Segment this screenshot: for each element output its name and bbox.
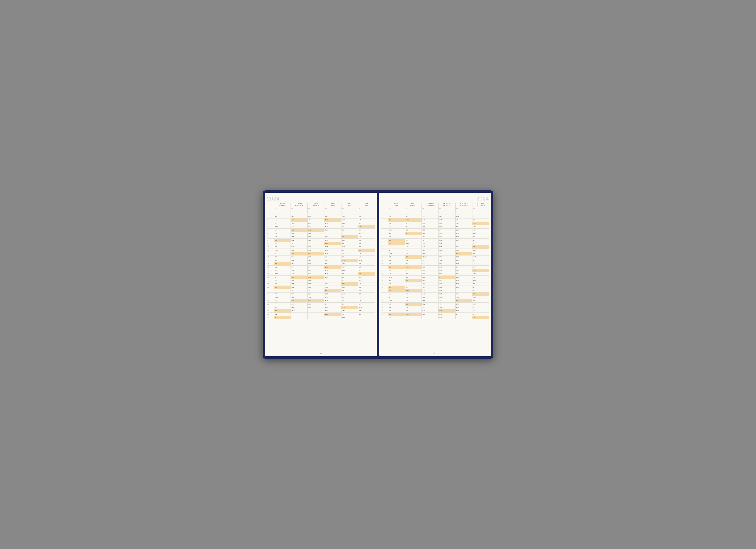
day-number: 16 [381, 265, 388, 269]
day-cell: J/T [358, 286, 375, 289]
day-cell: S/S [341, 255, 358, 259]
day-cell: S/S [324, 238, 341, 242]
day-cell: S/S [438, 306, 455, 309]
month-jul: JUILLETJULY [388, 203, 405, 207]
day-cell: S/S [358, 222, 375, 225]
day-cell: M/W [438, 249, 455, 252]
day-cell: J/T [421, 259, 438, 262]
day-cell: V/F [472, 262, 489, 265]
day-cell: V/F [324, 259, 341, 262]
day-cell: M/W [358, 259, 375, 262]
day-number: 18 [267, 272, 274, 275]
day-cell: L/M [291, 255, 307, 259]
day-cell: V/F [472, 215, 489, 218]
day-cell: M/W [438, 272, 455, 275]
day-cell: J/T [307, 265, 324, 269]
day-cell: S/S [324, 309, 341, 312]
day-cell: M/W [472, 302, 489, 306]
day-cell: V/F [274, 279, 291, 282]
day-cell: L/M [405, 259, 421, 262]
day-cell: J/T [307, 289, 324, 292]
day-cell: S/S [307, 249, 324, 252]
day-cell: J/T [341, 249, 358, 252]
day-cell: J/T [438, 275, 455, 279]
day-cell: M/W [455, 309, 472, 312]
day-cell [421, 316, 438, 319]
day-number: 28 [267, 306, 274, 309]
day-cell: J/T [274, 228, 291, 232]
day-number: 7 [267, 235, 274, 238]
day-cell: D/S [455, 252, 472, 255]
page-num-right: 17 [434, 352, 436, 355]
day-cell: M/T [472, 228, 489, 232]
day-cell: D/S [421, 222, 438, 225]
day-cell: M/W [324, 252, 341, 255]
day-cell: M/W [341, 316, 358, 319]
day-number: 30 [381, 312, 388, 316]
day-cell: D/S [438, 309, 455, 312]
day-cell: J/T [438, 299, 455, 302]
day-cell: M/T [405, 286, 421, 289]
day-cell: S/S [455, 249, 472, 252]
day-cell: D/S [274, 309, 291, 312]
month-jun: JUINJUNE [358, 203, 375, 207]
dots-bottom-right: · · · [483, 352, 488, 354]
day-cell: M/W [455, 238, 472, 242]
day-cell: L/M [472, 249, 489, 252]
day-cell: D/S [405, 302, 421, 306]
day-number: 13 [267, 255, 274, 259]
day-cell: J/T [324, 255, 341, 259]
day-cell: L/M [438, 312, 455, 316]
day-cell: S/S [388, 238, 405, 242]
day-cell: S/S [291, 272, 307, 275]
day-cell: D/S [274, 262, 291, 265]
day-number: 10 [381, 245, 388, 249]
day-cell: L/M [438, 289, 455, 292]
day-cell: M/W [421, 302, 438, 306]
day-cell: M/T [341, 289, 358, 292]
day-number: 11 [267, 249, 274, 252]
day-cell: D/S [405, 255, 421, 259]
day-cell: V/F [472, 286, 489, 289]
day-number: 24 [267, 292, 274, 296]
day-cell: L/M [421, 225, 438, 228]
day-cell: D/S [455, 228, 472, 232]
month-feb: FÉVRIERFEBRUARY [291, 203, 307, 207]
day-cell: D/S [405, 232, 421, 235]
day-cell: L/M [291, 279, 307, 282]
day-cell: L/M [455, 232, 472, 235]
day-cell: D/S [388, 289, 405, 292]
day-cell: M/T [341, 265, 358, 269]
day-cell: V/F [341, 299, 358, 302]
day-number: 28 [381, 306, 388, 309]
day-number: 30 [267, 312, 274, 316]
day-cell: L/M [307, 302, 324, 306]
day-number: 18 [381, 272, 388, 275]
day-cell: V/F [405, 272, 421, 275]
day-number: 3 [381, 222, 388, 225]
day-cell: L/M [388, 269, 405, 272]
day-cell: S/S [358, 292, 375, 296]
day-cell: J/T [307, 242, 324, 245]
day-cell: L/M [307, 279, 324, 282]
day-cell: V/F [291, 269, 307, 272]
day-number: 10 [267, 245, 274, 249]
day-cell: V/F [274, 302, 291, 306]
day-cell: D/S [341, 306, 358, 309]
book-cover: 2024 JANVIERJANUARY FÉVRIERFEBRUARY MARS… [263, 190, 493, 359]
day-cell: S/S [421, 289, 438, 292]
day-cell: V/F [274, 232, 291, 235]
day-cell: V/F [291, 292, 307, 296]
day-cell: M/T [455, 282, 472, 286]
pencil-feb: ✏ [291, 207, 307, 214]
day-cell: M/T [274, 222, 291, 225]
day-number: 24 [381, 292, 388, 296]
day-cell: D/S [455, 275, 472, 279]
day-number: 6 [267, 232, 274, 235]
dots-bottom-left: · · · [268, 352, 273, 354]
day-cell: V/F [388, 282, 405, 286]
day-number: 17 [267, 269, 274, 272]
day-cell: M/T [291, 259, 307, 262]
day-cell: D/S [421, 245, 438, 249]
day-cell: J/T [388, 232, 405, 235]
